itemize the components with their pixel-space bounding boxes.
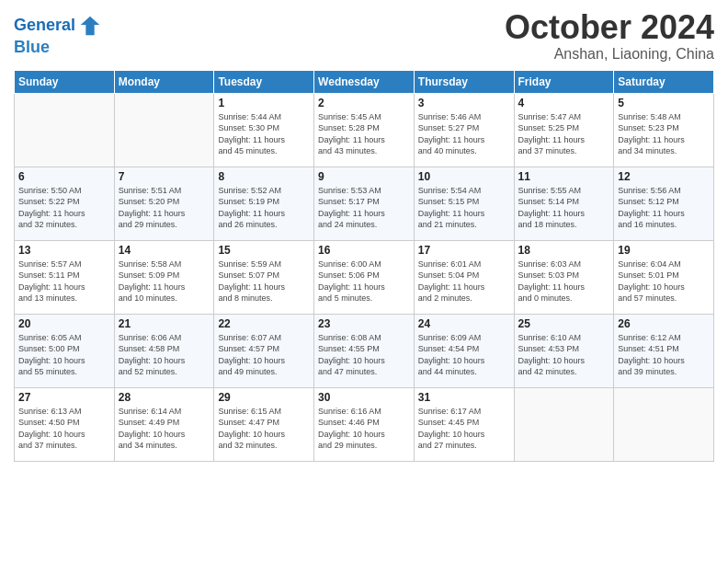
day-info: Sunrise: 6:08 AM Sunset: 4:55 PM Dayligh… <box>318 332 410 378</box>
calendar-cell: 9Sunrise: 5:53 AM Sunset: 5:17 PM Daylig… <box>314 167 415 240</box>
day-number: 23 <box>318 317 410 330</box>
day-number: 17 <box>418 244 510 257</box>
day-info: Sunrise: 5:54 AM Sunset: 5:15 PM Dayligh… <box>418 185 510 231</box>
day-number: 2 <box>318 97 410 109</box>
calendar-cell: 8Sunrise: 5:52 AM Sunset: 5:19 PM Daylig… <box>214 167 314 240</box>
calendar-container: General Blue October 2024 Anshan, Liaoni… <box>0 0 728 563</box>
day-info: Sunrise: 5:57 AM Sunset: 5:11 PM Dayligh… <box>18 259 110 304</box>
calendar-cell: 3Sunrise: 5:46 AM Sunset: 5:27 PM Daylig… <box>414 93 514 167</box>
day-number: 28 <box>119 391 210 404</box>
day-number: 21 <box>119 317 210 330</box>
calendar-cell: 19Sunrise: 6:04 AM Sunset: 5:01 PM Dayli… <box>614 240 714 314</box>
day-number: 27 <box>18 391 110 404</box>
logo-blue-text: Blue <box>14 39 103 57</box>
day-number: 12 <box>618 170 710 183</box>
svg-marker-0 <box>81 17 100 36</box>
day-info: Sunrise: 6:10 AM Sunset: 4:53 PM Dayligh… <box>518 332 610 378</box>
calendar-cell: 29Sunrise: 6:15 AM Sunset: 4:47 PM Dayli… <box>214 387 314 461</box>
calendar-cell: 16Sunrise: 6:00 AM Sunset: 5:06 PM Dayli… <box>314 240 415 314</box>
day-number: 29 <box>218 391 310 404</box>
calendar-cell: 4Sunrise: 5:47 AM Sunset: 5:25 PM Daylig… <box>514 93 614 167</box>
weekday-header-thursday: Thursday <box>414 70 514 93</box>
calendar-cell: 5Sunrise: 5:48 AM Sunset: 5:23 PM Daylig… <box>614 93 714 167</box>
day-number: 15 <box>218 244 310 257</box>
calendar-cell: 30Sunrise: 6:16 AM Sunset: 4:46 PM Dayli… <box>314 387 415 461</box>
day-info: Sunrise: 5:51 AM Sunset: 5:20 PM Dayligh… <box>119 185 210 231</box>
calendar-cell: 12Sunrise: 5:56 AM Sunset: 5:12 PM Dayli… <box>614 167 714 240</box>
day-number: 9 <box>318 170 410 183</box>
day-info: Sunrise: 6:12 AM Sunset: 4:51 PM Dayligh… <box>618 332 710 378</box>
day-info: Sunrise: 6:03 AM Sunset: 5:03 PM Dayligh… <box>518 259 610 304</box>
day-info: Sunrise: 5:47 AM Sunset: 5:25 PM Dayligh… <box>518 111 610 157</box>
calendar-table: SundayMondayTuesdayWednesdayThursdayFrid… <box>14 70 714 462</box>
day-info: Sunrise: 6:04 AM Sunset: 5:01 PM Dayligh… <box>618 259 710 304</box>
calendar-cell: 2Sunrise: 5:45 AM Sunset: 5:28 PM Daylig… <box>314 93 415 167</box>
day-info: Sunrise: 6:09 AM Sunset: 4:54 PM Dayligh… <box>418 332 510 378</box>
day-info: Sunrise: 5:48 AM Sunset: 5:23 PM Dayligh… <box>618 111 710 157</box>
calendar-cell <box>15 93 115 167</box>
logo-text: General <box>14 17 75 35</box>
day-number: 31 <box>418 391 510 404</box>
weekday-header-monday: Monday <box>114 70 214 93</box>
day-number: 16 <box>318 244 410 257</box>
day-info: Sunrise: 6:13 AM Sunset: 4:50 PM Dayligh… <box>18 406 110 452</box>
day-info: Sunrise: 5:55 AM Sunset: 5:14 PM Dayligh… <box>518 185 610 231</box>
logo: General Blue <box>14 13 103 57</box>
day-info: Sunrise: 5:44 AM Sunset: 5:30 PM Dayligh… <box>218 111 310 157</box>
day-number: 14 <box>119 244 210 257</box>
day-number: 3 <box>418 97 510 109</box>
day-number: 22 <box>218 317 310 330</box>
day-info: Sunrise: 5:58 AM Sunset: 5:09 PM Dayligh… <box>119 259 210 304</box>
calendar-cell: 18Sunrise: 6:03 AM Sunset: 5:03 PM Dayli… <box>514 240 614 314</box>
day-number: 30 <box>318 391 410 404</box>
day-info: Sunrise: 5:50 AM Sunset: 5:22 PM Dayligh… <box>18 185 110 231</box>
day-info: Sunrise: 6:16 AM Sunset: 4:46 PM Dayligh… <box>318 406 410 452</box>
day-info: Sunrise: 6:14 AM Sunset: 4:49 PM Dayligh… <box>119 406 210 452</box>
calendar-cell: 26Sunrise: 6:12 AM Sunset: 4:51 PM Dayli… <box>614 314 714 387</box>
day-info: Sunrise: 6:15 AM Sunset: 4:47 PM Dayligh… <box>218 406 310 452</box>
day-info: Sunrise: 5:46 AM Sunset: 5:27 PM Dayligh… <box>418 111 510 157</box>
day-number: 19 <box>618 244 710 257</box>
calendar-cell: 15Sunrise: 5:59 AM Sunset: 5:07 PM Dayli… <box>214 240 314 314</box>
day-info: Sunrise: 5:53 AM Sunset: 5:17 PM Dayligh… <box>318 185 410 231</box>
day-number: 26 <box>618 317 710 330</box>
day-number: 25 <box>518 317 610 330</box>
day-number: 13 <box>18 244 110 257</box>
day-info: Sunrise: 6:05 AM Sunset: 5:00 PM Dayligh… <box>18 332 110 378</box>
day-info: Sunrise: 5:56 AM Sunset: 5:12 PM Dayligh… <box>618 185 710 231</box>
calendar-cell: 6Sunrise: 5:50 AM Sunset: 5:22 PM Daylig… <box>15 167 115 240</box>
day-number: 20 <box>18 317 110 330</box>
calendar-cell: 1Sunrise: 5:44 AM Sunset: 5:30 PM Daylig… <box>214 93 314 167</box>
calendar-cell: 10Sunrise: 5:54 AM Sunset: 5:15 PM Dayli… <box>414 167 514 240</box>
day-info: Sunrise: 5:59 AM Sunset: 5:07 PM Dayligh… <box>218 259 310 304</box>
calendar-cell <box>614 387 714 461</box>
calendar-cell: 21Sunrise: 6:06 AM Sunset: 4:58 PM Dayli… <box>114 314 214 387</box>
title-block: October 2024 Anshan, Liaoning, China <box>505 9 714 63</box>
calendar-cell <box>114 93 214 167</box>
day-number: 24 <box>418 317 510 330</box>
calendar-cell: 11Sunrise: 5:55 AM Sunset: 5:14 PM Dayli… <box>514 167 614 240</box>
day-number: 8 <box>218 170 310 183</box>
day-info: Sunrise: 5:45 AM Sunset: 5:28 PM Dayligh… <box>318 111 410 157</box>
calendar-cell <box>514 387 614 461</box>
weekday-header-tuesday: Tuesday <box>214 70 314 93</box>
calendar-cell: 20Sunrise: 6:05 AM Sunset: 5:00 PM Dayli… <box>15 314 115 387</box>
day-number: 11 <box>518 170 610 183</box>
weekday-header-saturday: Saturday <box>614 70 714 93</box>
day-number: 5 <box>618 97 710 109</box>
day-info: Sunrise: 6:01 AM Sunset: 5:04 PM Dayligh… <box>418 259 510 304</box>
location-subtitle: Anshan, Liaoning, China <box>505 46 714 63</box>
calendar-cell: 25Sunrise: 6:10 AM Sunset: 4:53 PM Dayli… <box>514 314 614 387</box>
calendar-cell: 28Sunrise: 6:14 AM Sunset: 4:49 PM Dayli… <box>114 387 214 461</box>
day-info: Sunrise: 5:52 AM Sunset: 5:19 PM Dayligh… <box>218 185 310 231</box>
day-info: Sunrise: 6:06 AM Sunset: 4:58 PM Dayligh… <box>119 332 210 378</box>
header: General Blue October 2024 Anshan, Liaoni… <box>14 9 714 63</box>
day-info: Sunrise: 6:17 AM Sunset: 4:45 PM Dayligh… <box>418 406 510 452</box>
day-number: 1 <box>218 97 310 109</box>
calendar-cell: 22Sunrise: 6:07 AM Sunset: 4:57 PM Dayli… <box>214 314 314 387</box>
calendar-cell: 27Sunrise: 6:13 AM Sunset: 4:50 PM Dayli… <box>15 387 115 461</box>
weekday-header-wednesday: Wednesday <box>314 70 415 93</box>
day-number: 7 <box>119 170 210 183</box>
calendar-cell: 13Sunrise: 5:57 AM Sunset: 5:11 PM Dayli… <box>15 240 115 314</box>
weekday-header-friday: Friday <box>514 70 614 93</box>
